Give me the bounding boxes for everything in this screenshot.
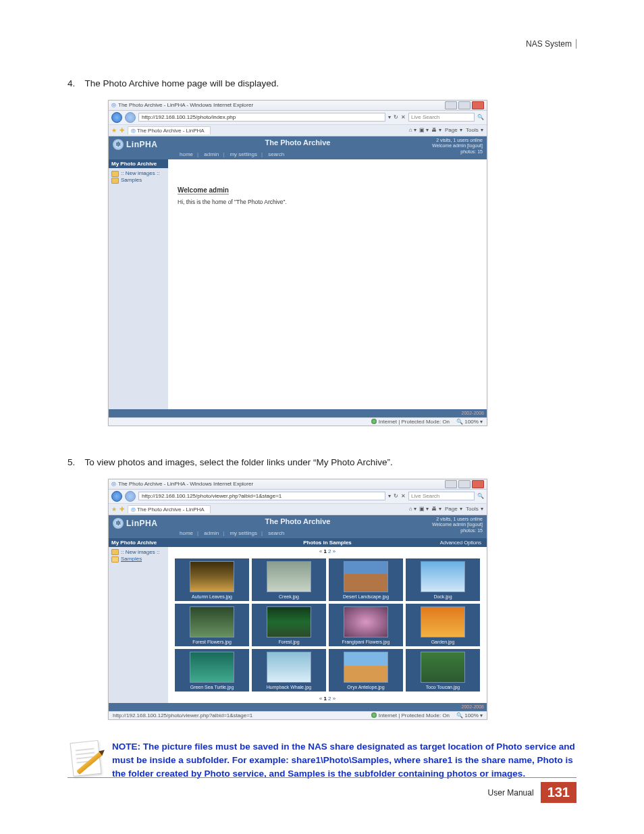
feeds-icon[interactable]: ▣ ▾: [419, 127, 429, 133]
app-title: The Photo Archive: [109, 517, 487, 525]
note-block: NOTE: The picture files must be saved in…: [68, 740, 576, 781]
gallery-item[interactable]: Oryx Antelope.jpg: [329, 649, 403, 692]
refresh-icon[interactable]: ↻: [394, 114, 398, 120]
maximize-button[interactable]: [458, 480, 471, 488]
page-menu[interactable]: Page ▾: [444, 506, 462, 512]
nav-home[interactable]: home: [178, 151, 195, 157]
print-icon[interactable]: 🖶 ▾: [431, 506, 441, 512]
stop-icon[interactable]: ✕: [401, 114, 406, 120]
caption: Autumn Leaves.jpg: [192, 594, 232, 599]
security-zone: Internet | Protected Mode: On: [379, 712, 450, 719]
app-title: The Photo Archive: [109, 138, 487, 147]
gallery-item[interactable]: Forest.jpg: [252, 604, 326, 646]
gallery-item[interactable]: Garden.jpg: [406, 604, 480, 646]
sidebar-item-new-images[interactable]: :: New images ::: [111, 170, 165, 177]
minimize-button[interactable]: [445, 480, 457, 488]
refresh-icon[interactable]: ↻: [394, 493, 398, 499]
logout-link[interactable]: [logout]: [467, 143, 483, 148]
home-icon[interactable]: ⌂ ▾: [409, 127, 417, 133]
ie-status-bar: http://192.168.100.125/photo/viewer.php?…: [109, 711, 487, 719]
close-button[interactable]: [472, 480, 484, 488]
pager-page-2[interactable]: 2: [328, 696, 331, 702]
pager-next[interactable]: »: [333, 548, 336, 554]
thumbnail: [344, 606, 388, 637]
gallery-item[interactable]: Humpback Whale.jpg: [252, 649, 326, 692]
nav-search[interactable]: search: [266, 151, 286, 157]
thumbnail: [190, 561, 234, 592]
pager-page-2[interactable]: 2: [328, 548, 331, 554]
add-favorites-icon[interactable]: ✚: [119, 127, 125, 134]
gallery-item[interactable]: Frangipani Flowers.jpg: [329, 604, 403, 646]
pager-prev[interactable]: «: [319, 696, 322, 702]
sidebar-item-samples[interactable]: Samples: [111, 556, 165, 563]
zoom-level[interactable]: 🔍 100% ▾: [456, 712, 483, 719]
feeds-icon[interactable]: ▣ ▾: [419, 506, 429, 512]
gallery-item[interactable]: Autumn Leaves.jpg: [175, 558, 249, 601]
zoom-level[interactable]: 🔍 100% ▾: [456, 419, 483, 425]
home-icon[interactable]: ⌂ ▾: [409, 506, 417, 512]
gallery-item[interactable]: Toco Toucan.jpg: [406, 649, 480, 692]
welcome-heading: Welcome admin: [178, 186, 229, 194]
sidebar-item-new-images[interactable]: :: New images ::: [111, 549, 165, 556]
nav-search[interactable]: search: [266, 530, 286, 536]
stop-icon[interactable]: ✕: [401, 493, 406, 499]
search-go-icon[interactable]: 🔍: [477, 493, 484, 499]
back-button[interactable]: [111, 491, 122, 502]
nav-admin[interactable]: admin: [202, 530, 221, 536]
close-button[interactable]: [472, 101, 484, 109]
nav-settings[interactable]: my settings: [227, 530, 259, 536]
pager-next[interactable]: »: [333, 696, 336, 702]
caption: Green Sea Turtle.jpg: [190, 685, 234, 689]
welcome-text: Hi, this is the home of "The Photo Archi…: [178, 199, 477, 205]
maximize-button[interactable]: [458, 101, 471, 109]
gallery-item[interactable]: Forest Flowers.jpg: [175, 604, 249, 646]
tab-title: The Photo Archive - LinPHA: [137, 128, 205, 134]
favorites-star-icon[interactable]: ★: [111, 127, 117, 134]
url-field[interactable]: http://192.168.100.125/photo/index.php: [138, 113, 385, 122]
forward-button[interactable]: [125, 112, 136, 123]
screenshot-home: ◎ The Photo Archive - LinPHA - Windows I…: [108, 100, 487, 426]
logout-link[interactable]: [logout]: [467, 522, 483, 527]
gallery-item[interactable]: Green Sea Turtle.jpg: [175, 649, 249, 692]
tools-menu[interactable]: Tools ▾: [465, 506, 483, 512]
url-field[interactable]: http://192.168.100.125/photo/viewer.php?…: [138, 492, 385, 500]
footer-manual-label: User Manual: [488, 788, 534, 798]
app-header: LinPHA The Photo Archive 2 visits, 1 use…: [109, 515, 487, 538]
browser-tab[interactable]: ◎ The Photo Archive - LinPHA: [128, 505, 211, 513]
advanced-options-link[interactable]: Advanced Options: [440, 540, 481, 546]
nav-settings[interactable]: my settings: [227, 151, 259, 157]
ie-address-bar: http://192.168.100.125/photo/index.php ▾…: [109, 111, 487, 125]
header-stats: 2 visits, 1 users online Welcome admin […: [432, 517, 483, 533]
folder-open-icon: [111, 556, 119, 563]
gallery-item[interactable]: Dock.jpg: [406, 558, 480, 601]
caption: Humpback Whale.jpg: [267, 685, 312, 689]
forward-button[interactable]: [125, 491, 136, 502]
sidebar-item-samples[interactable]: Samples: [111, 177, 165, 184]
ie-window-title: The Photo Archive - LinPHA - Windows Int…: [118, 102, 253, 108]
gallery-heading: Photos in Samples Advanced Options: [168, 538, 487, 547]
print-icon[interactable]: 🖶 ▾: [431, 127, 441, 133]
page-menu[interactable]: Page ▾: [444, 127, 462, 133]
browser-tab[interactable]: ◎ The Photo Archive - LinPHA: [128, 126, 211, 134]
caption: Desert Landscape.jpg: [343, 594, 389, 599]
nav-admin[interactable]: admin: [202, 151, 221, 157]
content-gallery: Photos in Samples Advanced Options « 1 2…: [168, 538, 487, 703]
tools-menu[interactable]: Tools ▾: [465, 127, 483, 133]
search-box[interactable]: Live Search: [408, 492, 475, 500]
back-button[interactable]: [111, 112, 122, 123]
favorites-star-icon[interactable]: ★: [111, 506, 117, 513]
add-favorites-icon[interactable]: ✚: [119, 506, 125, 513]
ie-status-bar: Internet | Protected Mode: On 🔍 100% ▾: [109, 417, 487, 425]
header-stats: 2 visits, 1 users online Welcome admin […: [432, 138, 483, 155]
search-box[interactable]: Live Search: [408, 113, 475, 122]
url-dropdown-icon[interactable]: ▾: [388, 114, 391, 120]
search-go-icon[interactable]: 🔍: [477, 114, 484, 120]
minimize-button[interactable]: [445, 101, 457, 109]
nav-home[interactable]: home: [178, 530, 195, 536]
gallery-item[interactable]: Desert Landscape.jpg: [329, 558, 403, 601]
visits-count: 2 visits, 1 users online: [432, 138, 483, 143]
url-dropdown-icon[interactable]: ▾: [388, 493, 391, 499]
page-number: 131: [541, 782, 576, 803]
gallery-item[interactable]: Creek.jpg: [252, 558, 326, 601]
pager-prev[interactable]: «: [319, 548, 322, 554]
